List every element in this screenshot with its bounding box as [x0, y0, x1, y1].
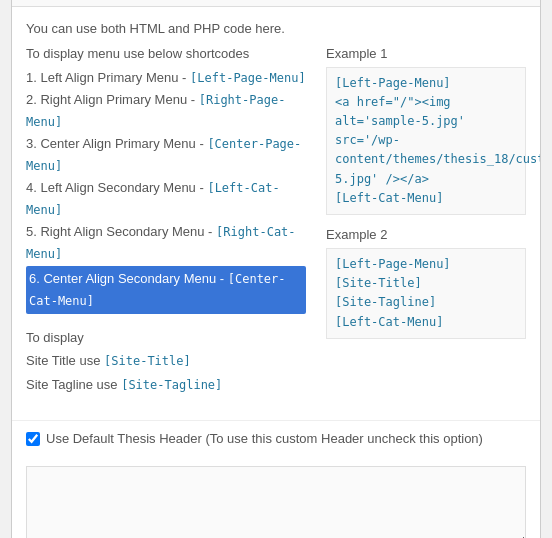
default-header-checkbox[interactable] [26, 432, 40, 446]
example2-line4: [Left-Cat-Menu] [335, 313, 517, 332]
item-label: Left Align Secondary Menu - [40, 180, 207, 195]
site-title-label: Site Title use [26, 353, 104, 368]
list-item: 5. Right Align Secondary Menu - [Right-C… [26, 221, 306, 265]
checkbox-label[interactable]: Use Default Thesis Header (To use this c… [26, 431, 526, 446]
list-item: 1. Left Align Primary Menu - [Left-Page-… [26, 67, 306, 89]
textarea-section [26, 466, 526, 538]
item-num: 6. [29, 271, 43, 286]
list-item: 4. Left Align Secondary Menu - [Left-Cat… [26, 177, 306, 221]
example1-line2: <a href="/"><img alt='sample-5.jpg' src=… [335, 93, 517, 189]
checkbox-section: Use Default Thesis Header (To use this c… [12, 420, 540, 456]
list-item: 3. Center Align Primary Menu - [Center-P… [26, 133, 306, 177]
menu-list: 1. Left Align Primary Menu - [Left-Page-… [26, 67, 306, 314]
item-num: 1. [26, 70, 40, 85]
site-tagline-label: Site Tagline use [26, 377, 121, 392]
panel-header: Header Area (Insert HTML/PHP) ▼ [12, 0, 540, 7]
item-num: 5. [26, 224, 40, 239]
html-php-textarea[interactable] [26, 466, 526, 538]
example1-block: [Left-Page-Menu] <a href="/"><img alt='s… [326, 67, 526, 215]
item-label: Right Align Secondary Menu - [40, 224, 216, 239]
item-num: 3. [26, 136, 40, 151]
intro-text: You can use both HTML and PHP code here. [26, 21, 526, 36]
example1-title: Example 1 [326, 46, 526, 61]
example2-block: [Left-Page-Menu] [Site-Title] [Site-Tagl… [326, 248, 526, 339]
checkbox-text: Use Default Thesis Header (To use this c… [46, 431, 483, 446]
example2-line3: [Site-Tagline] [335, 293, 517, 312]
example2-line1: [Left-Page-Menu] [335, 255, 517, 274]
right-column: Example 1 [Left-Page-Menu] <a href="/"><… [326, 46, 526, 397]
item-label: Right Align Primary Menu - [40, 92, 198, 107]
display-title: To display [26, 326, 306, 349]
example2-line2: [Site-Title] [335, 274, 517, 293]
site-title-line: Site Title use [Site-Title] [26, 349, 306, 373]
example1-line3: [Left-Cat-Menu] [335, 189, 517, 208]
site-tagline-code: [Site-Tagline] [121, 378, 222, 392]
main-panel: Header Area (Insert HTML/PHP) ▼ You can … [11, 0, 541, 538]
left-column: To display menu use below shortcodes 1. … [26, 46, 306, 397]
content-row: To display menu use below shortcodes 1. … [26, 46, 526, 397]
item-num: 4. [26, 180, 40, 195]
item-label: Left Align Primary Menu - [40, 70, 190, 85]
item-code: [Left-Page-Menu] [190, 71, 306, 85]
item-num: 2. [26, 92, 40, 107]
panel-body: You can use both HTML and PHP code here.… [12, 7, 540, 407]
item-label: Center Align Primary Menu - [40, 136, 207, 151]
list-item-highlighted: 6. Center Align Secondary Menu - [Center… [26, 266, 306, 314]
item-label: Center Align Secondary Menu - [43, 271, 227, 286]
site-tagline-line: Site Tagline use [Site-Tagline] [26, 373, 306, 397]
display-section: To display Site Title use [Site-Title] S… [26, 326, 306, 397]
example2-title: Example 2 [326, 227, 526, 242]
example1-line1: [Left-Page-Menu] [335, 74, 517, 93]
site-title-code: [Site-Title] [104, 354, 191, 368]
list-item: 2. Right Align Primary Menu - [Right-Pag… [26, 89, 306, 133]
shortcodes-title: To display menu use below shortcodes [26, 46, 306, 61]
